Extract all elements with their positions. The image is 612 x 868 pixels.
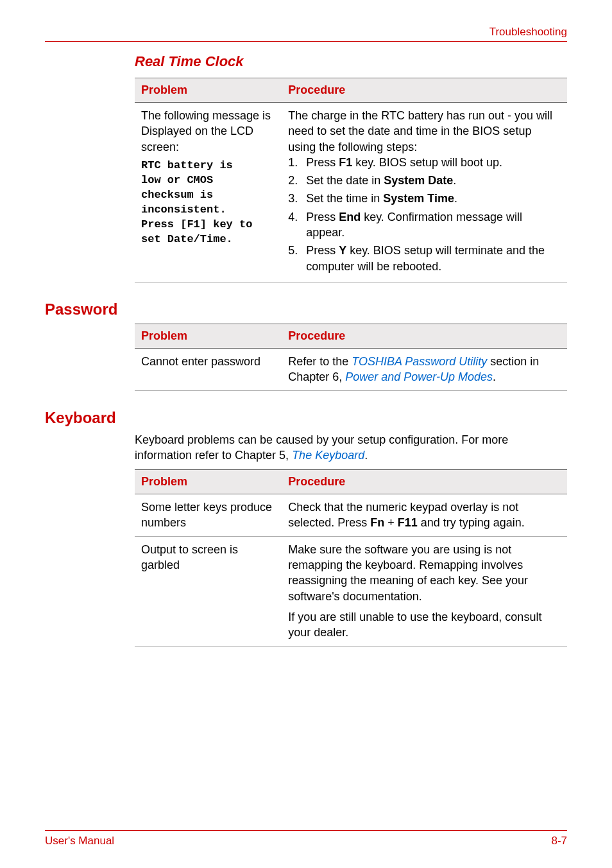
list-item: Press End key. Confirmation message will…	[288, 209, 561, 241]
step-text: Press	[306, 244, 339, 257]
list-item: Press Y key. BIOS setup will terminate a…	[288, 243, 561, 274]
list-item: Set the time in System Time.	[288, 191, 561, 206]
rtc-table: Problem Procedure The following message …	[135, 78, 567, 282]
rtc-error-message: RTC battery is low or CMOS checksum is i…	[141, 159, 275, 247]
step-text: Set the time in	[306, 192, 383, 205]
link-the-keyboard[interactable]: The Keyboard	[292, 449, 364, 462]
keyboard-heading: Keyboard	[45, 409, 567, 427]
password-problem: Cannot enter password	[135, 348, 282, 390]
rtc-msg-line: Press [F1] key to	[141, 218, 275, 232]
keyboard-table: Problem Procedure Some letter keys produ…	[135, 469, 567, 646]
step-text: key. BIOS setup will boot up.	[352, 156, 502, 169]
rtc-msg-line: set Date/Time.	[141, 232, 275, 247]
password-col-procedure: Procedure	[282, 324, 567, 348]
rtc-msg-line: low or CMOS	[141, 173, 275, 188]
setting-name: System Time	[383, 192, 454, 205]
key-label: Y	[339, 244, 346, 257]
rtc-msg-line: inconsistent.	[141, 203, 275, 218]
key-label: Fn	[370, 516, 384, 529]
kb-row1-procedure: Check that the numeric keypad overlay is…	[282, 494, 567, 537]
table-row: The following message is Displayed on th…	[135, 103, 567, 282]
setting-name: System Date	[384, 174, 453, 187]
header-divider	[45, 41, 567, 42]
rtc-col-problem: Problem	[135, 78, 282, 103]
rtc-msg-line: RTC battery is	[141, 159, 275, 173]
key-label: F11	[398, 516, 418, 529]
list-item: Set the date in System Date.	[288, 173, 561, 188]
keyboard-col-procedure: Procedure	[282, 470, 567, 494]
footer-divider	[45, 830, 567, 831]
rtc-heading: Real Time Clock	[135, 53, 567, 70]
table-row: Some letter keys produce numbers Check t…	[135, 494, 567, 537]
rtc-problem-intro: The following message is Displayed on th…	[141, 108, 275, 155]
password-col-problem: Problem	[135, 324, 282, 348]
step-text: Set the date in	[306, 174, 384, 187]
keyboard-intro: Keyboard problems can be caused by your …	[135, 432, 567, 464]
step-text: Press	[306, 211, 339, 223]
link-toshiba-password-utility[interactable]: TOSHIBA Password Utility	[352, 355, 487, 368]
footer-manual-label: User's Manual	[45, 835, 114, 847]
table-row: Output to screen is garbled Make sure th…	[135, 536, 567, 646]
kb-row2-procedure: Make sure the software you are using is …	[282, 536, 567, 646]
kb-row2-problem: Output to screen is garbled	[135, 536, 282, 646]
rtc-proc-intro: The charge in the RTC battery has run ou…	[288, 108, 561, 155]
password-procedure: Refer to the TOSHIBA Password Utility se…	[282, 348, 567, 390]
table-row: Cannot enter password Refer to the TOSHI…	[135, 348, 567, 390]
step-text: .	[453, 174, 456, 187]
footer-page-number: 8-7	[551, 835, 567, 847]
rtc-steps: Press F1 key. BIOS setup will boot up. S…	[288, 155, 561, 274]
page-footer: User's Manual 8-7	[45, 830, 567, 847]
rtc-col-procedure: Procedure	[282, 78, 567, 103]
intro-text: .	[364, 449, 368, 462]
kb-row1-problem: Some letter keys produce numbers	[135, 494, 282, 537]
rtc-msg-line: checksum is	[141, 188, 275, 203]
list-item: Press F1 key. BIOS setup will boot up.	[288, 155, 561, 170]
password-table: Problem Procedure Cannot enter password …	[135, 324, 567, 391]
password-heading: Password	[45, 300, 567, 318]
proc-text: +	[384, 516, 398, 529]
proc-text: .	[493, 370, 496, 383]
proc-text: If you are still unable to use the keybo…	[288, 609, 561, 641]
proc-text: Make sure the software you are using is …	[288, 542, 561, 604]
key-label: End	[339, 211, 361, 223]
step-text: .	[454, 192, 457, 205]
step-text: Press	[306, 156, 339, 169]
key-label: F1	[339, 156, 352, 169]
keyboard-col-problem: Problem	[135, 470, 282, 494]
proc-text: Refer to the	[288, 355, 352, 368]
proc-text: and try typing again.	[418, 516, 525, 529]
link-power-modes[interactable]: Power and Power-Up Modes	[345, 370, 493, 383]
header-section: Troubleshooting	[45, 26, 567, 39]
